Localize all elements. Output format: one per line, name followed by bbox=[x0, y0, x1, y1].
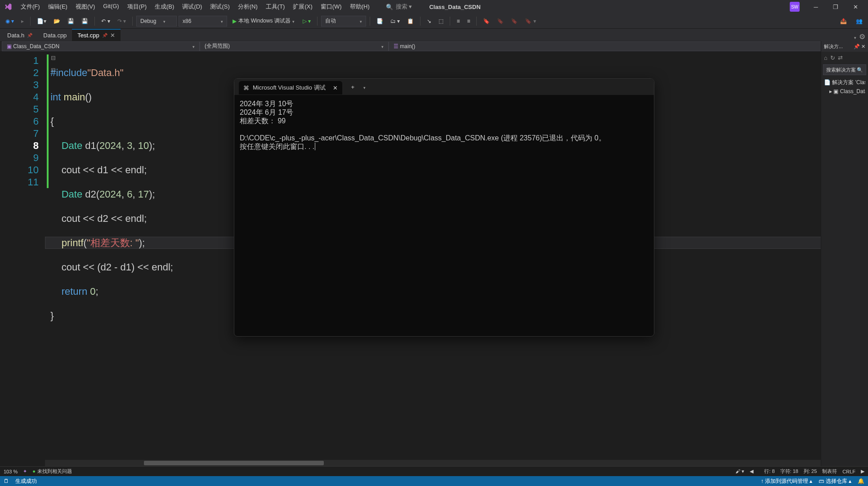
console-tab[interactable]: ⌘ Microsoft Visual Studio 调试 ✕ bbox=[239, 81, 342, 94]
cursor-col: 列: 25 bbox=[804, 468, 817, 475]
menu-help[interactable]: 帮助(H) bbox=[346, 1, 373, 13]
live-share-icon[interactable]: 👥 bbox=[853, 17, 865, 26]
tb-icon-4[interactable]: ↘ bbox=[424, 17, 434, 26]
nav-bar: ▣ Class_Data_CSDN (全局范围) ☰ main() ✚ bbox=[0, 41, 868, 52]
tb-icon-2[interactable]: 🗂 ▾ bbox=[388, 17, 403, 26]
pin-icon[interactable]: 📌 bbox=[102, 33, 107, 38]
search-box[interactable]: 🔍 搜索 ▾ bbox=[382, 2, 416, 12]
close-icon[interactable]: ✕ bbox=[861, 44, 865, 49]
console-output[interactable]: 2024年 3月 10号 2024年 6月 17号 相差天数： 99 D:\CO… bbox=[234, 95, 654, 155]
menu-analyze[interactable]: 分析(N) bbox=[234, 1, 261, 13]
new-item-button[interactable]: 📄▾ bbox=[34, 17, 49, 26]
terminal-icon: ⌘ bbox=[243, 85, 249, 91]
menu-file[interactable]: 文件(F) bbox=[17, 1, 44, 13]
undo-button[interactable]: ↶ ▾ bbox=[98, 17, 112, 26]
solution-node[interactable]: 📄 解决方案 'Clas bbox=[824, 78, 865, 87]
save-button[interactable]: 💾 bbox=[65, 17, 77, 26]
menu-test[interactable]: 测试(S) bbox=[206, 1, 233, 13]
notifications-icon[interactable]: 🔔 bbox=[858, 478, 864, 484]
explorer-search[interactable]: 搜索解决方案🔍 bbox=[823, 64, 866, 75]
menu-view[interactable]: 视图(V) bbox=[72, 1, 98, 13]
menu-project[interactable]: 项目(P) bbox=[124, 1, 150, 13]
toolbar: ◉ ▾ ▸ 📄▾ 📂 💾 💾 ↶ ▾ ↷ ▾ Debug x86 ▶本地 Win… bbox=[0, 14, 868, 29]
project-node[interactable]: ▸ ▣ Class_Data bbox=[824, 87, 865, 95]
redo-button[interactable]: ↷ ▾ bbox=[115, 17, 129, 26]
platform-combo[interactable]: x86 bbox=[179, 16, 227, 27]
tb-icon-5[interactable]: ⬚ bbox=[436, 17, 446, 26]
bookmark-icon[interactable]: 🔖 bbox=[480, 17, 492, 26]
start-debug-button[interactable]: ▶本地 Windows 调试器 bbox=[229, 16, 298, 26]
pin-icon[interactable]: 📌 bbox=[27, 33, 32, 38]
menu-tools[interactable]: 工具(T) bbox=[262, 1, 289, 13]
nav-fwd-button[interactable]: ▸ bbox=[18, 17, 27, 26]
solution-tree[interactable]: 📄 解决方案 'Clas ▸ ▣ Class_Data bbox=[821, 76, 868, 97]
menu-extensions[interactable]: 扩展(X) bbox=[289, 1, 316, 13]
brush-icon[interactable]: 🖌 ▾ bbox=[735, 468, 744, 474]
tab-overflow-icon[interactable] bbox=[854, 33, 856, 41]
main-menu: 文件(F) 编辑(E) 视图(V) Git(G) 项目(P) 生成(B) 调试(… bbox=[17, 1, 373, 13]
console-header: ⌘ Microsoft Visual Studio 调试 ✕ + bbox=[234, 79, 654, 95]
indent-mode[interactable]: 制表符 bbox=[822, 468, 837, 475]
pin-icon[interactable]: 📌 bbox=[854, 44, 860, 49]
nav-project[interactable]: ▣ Class_Data_CSDN bbox=[2, 41, 200, 51]
editor-status: 103 % ✦ ●未找到相关问题 🖌 ▾ ◀ 行: 8 字符: 18 列: 25… bbox=[0, 466, 868, 476]
tab-test-cpp[interactable]: Test.cpp📌✕ bbox=[72, 29, 120, 41]
tb-icon-9[interactable]: 🔖 bbox=[508, 17, 520, 26]
menu-edit[interactable]: 编辑(E) bbox=[45, 1, 71, 13]
start-nodebug-button[interactable]: ▷ ▾ bbox=[300, 17, 313, 26]
minimize-button[interactable]: ─ bbox=[807, 0, 825, 14]
tab-data-cpp[interactable]: Data.cpp bbox=[38, 29, 72, 41]
cursor-line: 行: 8 bbox=[764, 468, 774, 475]
check-icon: ● bbox=[32, 468, 36, 474]
repo-button[interactable]: 🗃 选择仓库 ▴ bbox=[819, 477, 851, 485]
save-all-button[interactable]: 💾 bbox=[79, 17, 91, 26]
gear-icon[interactable]: ⚙ bbox=[859, 32, 865, 41]
editor-tabs: Data.h📌 Data.cpp Test.cpp📌✕ ⚙ bbox=[0, 29, 868, 41]
config-combo[interactable]: Debug bbox=[136, 16, 177, 27]
build-status: 生成成功 bbox=[15, 477, 37, 485]
open-button[interactable]: 📂 bbox=[51, 17, 63, 26]
explorer-header: 解决方... 📌 ✕ bbox=[821, 41, 868, 52]
menu-build[interactable]: 生成(B) bbox=[151, 1, 178, 13]
explorer-toolbar: ⌂ ↻ ⇄ bbox=[821, 52, 868, 63]
share-icon[interactable]: 📤 bbox=[837, 17, 850, 26]
auto-combo[interactable]: 自动 bbox=[321, 16, 366, 27]
close-icon[interactable]: ✕ bbox=[110, 32, 115, 39]
search-icon: 🔍 bbox=[386, 4, 393, 10]
scm-button[interactable]: ↑ 添加到源代码管理 ▴ bbox=[761, 477, 813, 485]
nav-scope[interactable]: (全局范围) bbox=[200, 41, 389, 51]
tb-icon-1[interactable]: 📑 bbox=[374, 17, 386, 26]
tb-icon-10[interactable]: 🔖 ▾ bbox=[522, 17, 538, 26]
close-button[interactable]: ✕ bbox=[846, 0, 864, 14]
tb-icon-3[interactable]: 📋 bbox=[404, 17, 416, 26]
project-name: Class_Data_CSDN bbox=[429, 4, 480, 10]
status-icon[interactable]: ✦ bbox=[23, 468, 27, 474]
nav-func[interactable]: ☰ main() bbox=[389, 41, 858, 51]
h-scrollbar[interactable] bbox=[45, 460, 868, 466]
vs-logo-icon bbox=[4, 2, 13, 11]
new-tab-button[interactable]: + bbox=[347, 84, 359, 90]
user-avatar[interactable]: SW bbox=[790, 2, 800, 12]
tb-icon-7[interactable]: ≡ bbox=[464, 17, 473, 26]
line-gutter: 1234 5678 91011 bbox=[0, 52, 45, 188]
home-icon[interactable]: ⌂ bbox=[824, 54, 828, 61]
refresh-icon[interactable]: ↻ bbox=[830, 54, 835, 61]
tab-menu-button[interactable] bbox=[363, 84, 366, 90]
zoom-level[interactable]: 103 % bbox=[4, 469, 18, 474]
nav-back-button[interactable]: ◉ ▾ bbox=[3, 17, 17, 26]
maximize-button[interactable]: ❐ bbox=[827, 0, 845, 14]
menu-debug[interactable]: 调试(D) bbox=[179, 1, 206, 13]
search-icon: 🔍 bbox=[857, 67, 863, 73]
close-icon[interactable]: ✕ bbox=[333, 85, 338, 91]
menu-window[interactable]: 窗口(W) bbox=[317, 1, 345, 13]
eol-mode[interactable]: CRLF bbox=[842, 469, 855, 474]
tab-data-h[interactable]: Data.h📌 bbox=[2, 29, 38, 41]
issues-text[interactable]: 未找到相关问题 bbox=[37, 468, 72, 474]
menu-git[interactable]: Git(G) bbox=[99, 1, 122, 13]
sync-icon[interactable]: ⇄ bbox=[838, 54, 843, 61]
scroll-left-icon[interactable]: ◀ bbox=[750, 468, 753, 474]
output-icon[interactable]: 🗒 bbox=[4, 478, 9, 484]
tb-icon-8[interactable]: 🔖 bbox=[494, 17, 506, 26]
scroll-right-icon[interactable]: ▶ bbox=[861, 468, 864, 474]
tb-icon-6[interactable]: ≡ bbox=[454, 17, 462, 26]
